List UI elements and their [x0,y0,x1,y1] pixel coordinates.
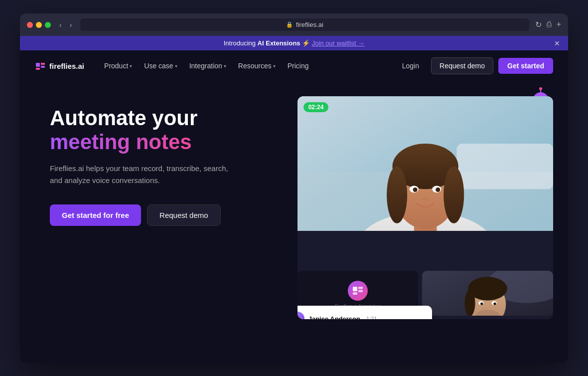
request-demo-nav-button[interactable]: Request demo [431,57,493,74]
hero-title-highlight: meeting notes [50,130,192,154]
hero-left: Automate your meeting notes Fireflies.ai… [50,96,283,226]
chevron-down-icon: ▾ [224,63,226,69]
login-button[interactable]: Login [395,58,426,73]
browser-window: ‹ › 🔒 fireflies.ai ↻ ⎙ + Introducing AI … [20,13,568,363]
chat-time: 1:21 [366,316,377,319]
svg-rect-4 [36,68,40,70]
share-button[interactable]: ⎙ [547,20,552,29]
nav-use-case[interactable]: Use case ▾ [139,59,182,73]
video-person [297,96,553,231]
new-tab-button[interactable]: + [557,20,561,29]
svg-point-44 [493,302,496,305]
svg-point-29 [423,197,428,201]
hero-ctas: Get started for free Request demo [50,204,283,226]
second-person-video [422,271,553,316]
hero-right: 02:24 Janice Anderson 1:21 I'll send out… [297,96,553,319]
hero-section: Automate your meeting notes Fireflies.ai… [20,81,568,329]
address-bar[interactable]: 🔒 fireflies.ai [80,18,529,31]
announcement-bar: Introducing AI Extensions ⚡ Join our wai… [20,36,568,50]
back-arrow[interactable]: ‹ [57,20,64,30]
hero-title: Automate your meeting notes [50,106,283,155]
svg-point-40 [464,290,475,316]
minimize-button[interactable] [36,22,42,28]
announcement-text: Introducing AI Extensions ⚡ Join our wai… [224,39,365,47]
close-button[interactable] [27,22,33,28]
get-started-free-button[interactable]: Get started for free [50,204,141,226]
announcement-cta[interactable]: Join our waitlist → [312,39,364,47]
meeting-video-card: 02:24 Janice Anderson 1:21 I'll send out… [297,96,553,319]
svg-point-24 [443,167,464,223]
svg-point-12 [539,87,542,90]
video-area: 02:24 [297,96,553,231]
nav-resources[interactable]: Resources ▾ [233,59,281,73]
close-announcement-button[interactable]: ✕ [554,39,560,47]
chat-name: Janice Anderson [308,315,360,320]
svg-rect-18 [456,144,553,189]
fireflies-logo-big [348,281,368,301]
svg-rect-1 [36,63,40,67]
nav-right: Login Request demo Get started [395,57,553,74]
chevron-down-icon: ▾ [273,63,276,69]
site-content: Introducing AI Extensions ⚡ Join our wai… [20,36,568,363]
lock-icon: 🔒 [286,21,293,28]
nav-links: Product ▾ Use case ▾ Integration ▾ Resou… [99,59,385,73]
nav-product[interactable]: Product ▾ [99,59,137,73]
svg-rect-3 [41,66,45,68]
nav-pricing[interactable]: Pricing [283,59,314,73]
svg-rect-33 [353,292,357,295]
chat-avatar [297,312,304,319]
chat-bubble: Janice Anderson 1:21 I'll send out the m… [297,306,432,319]
nav-arrows: ‹ › [57,20,74,30]
svg-rect-30 [353,287,357,291]
timer-badge: 02:24 [303,102,329,112]
chevron-down-icon: ▾ [130,63,132,69]
svg-rect-31 [358,287,363,289]
forward-arrow[interactable]: › [67,20,75,30]
announcement-bold: AI Extensions [258,39,300,47]
maximize-button[interactable] [45,22,51,28]
request-demo-hero-button[interactable]: Request demo [147,204,221,226]
browser-actions: ↻ ⎙ + [535,20,561,29]
traffic-lights [27,22,51,28]
svg-point-23 [387,167,407,223]
chat-header: Janice Anderson 1:21 [297,312,424,319]
get-started-nav-button[interactable]: Get started [498,58,553,74]
url-text: fireflies.ai [296,21,323,28]
chevron-down-icon: ▾ [175,63,177,69]
svg-rect-2 [41,63,45,65]
logo-icon [35,60,46,71]
svg-rect-32 [358,290,363,293]
svg-point-43 [480,302,483,305]
reload-button[interactable]: ↻ [535,20,542,29]
logo[interactable]: fireflies.ai [35,60,84,71]
nav-integration[interactable]: Integration ▾ [184,59,231,73]
browser-chrome: ‹ › 🔒 fireflies.ai ↻ ⎙ + [20,13,568,36]
logo-text: fireflies.ai [49,62,84,70]
svg-point-27 [413,188,417,192]
svg-point-28 [436,188,440,192]
hero-description: Fireflies.ai helps your team record, tra… [50,163,239,187]
navbar: fireflies.ai Product ▾ Use case ▾ Integr… [20,50,568,81]
